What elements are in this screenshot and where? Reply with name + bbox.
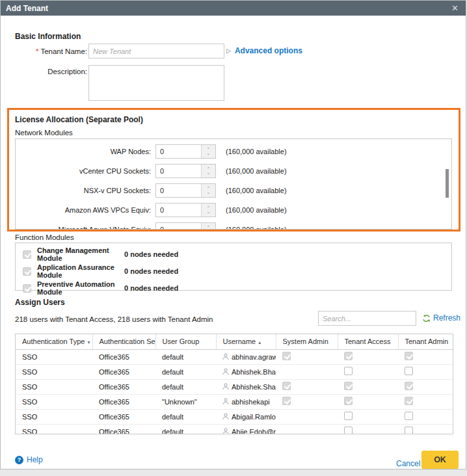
spinner-buttons[interactable]: ⌃⌄ xyxy=(201,145,215,158)
spinner-up-icon[interactable]: ⌃ xyxy=(207,226,211,230)
advanced-options-label: Advanced options xyxy=(235,46,302,55)
table-header-row: Authentication Type▾ Authentication Ser.… xyxy=(16,334,453,349)
advanced-options-link[interactable]: ▷ Advanced options xyxy=(226,46,302,55)
system-admin-checkbox[interactable] xyxy=(282,382,291,390)
function-module-row: Application Assurance Module 0 nodes nee… xyxy=(16,264,451,278)
function-module-name: Preventive Automation Module xyxy=(37,280,124,296)
column-auth-type[interactable]: Authentication Type▾ xyxy=(16,334,92,349)
sort-asc-icon: ▴ xyxy=(258,339,261,345)
add-tenant-dialog: Add Tenant ✕ Basic Information *Tenant N… xyxy=(0,0,466,469)
function-module-name: Change Management Module xyxy=(37,246,124,262)
spinner-buttons[interactable]: ⌃⌄ xyxy=(201,165,215,178)
close-icon[interactable]: ✕ xyxy=(451,4,459,12)
user-icon xyxy=(222,413,229,420)
license-row: WAP Nodes: ⌃⌄ (160,000 available) xyxy=(16,142,451,161)
tenant-access-checkbox[interactable] xyxy=(344,427,353,434)
description-textarea[interactable] xyxy=(88,65,224,101)
tenant-admin-checkbox[interactable] xyxy=(405,352,413,360)
network-modules-panel: WAP Nodes: ⌃⌄ (160,000 available) vCente… xyxy=(15,139,452,230)
tenant-access-checkbox[interactable] xyxy=(344,367,353,375)
aws-vpcs-input[interactable] xyxy=(156,204,201,217)
refresh-icon xyxy=(422,314,431,323)
help-link[interactable]: ? Help xyxy=(15,455,43,464)
basic-information-heading: Basic Information xyxy=(15,32,81,41)
license-allocation-heading: License Allocation (Separate Pool) xyxy=(15,115,143,124)
tenant-access-checkbox[interactable] xyxy=(344,382,353,390)
nsx-sockets-input[interactable] xyxy=(156,184,201,197)
table-row: SSO Office365 default abhinav.agrawal... xyxy=(16,349,453,364)
nodes-needed: 0 nodes needed xyxy=(124,284,178,292)
preventive-automation-checkbox xyxy=(23,284,31,293)
license-row: NSX-v CPU Sockets: ⌃⌄ (160,000 available… xyxy=(16,181,451,200)
user-icon xyxy=(222,428,229,434)
spinner-buttons[interactable]: ⌃⌄ xyxy=(201,204,215,217)
available-count: (160,000 available) xyxy=(226,206,287,214)
wap-nodes-label: WAP Nodes: xyxy=(16,148,151,155)
spinner-down-icon[interactable]: ⌄ xyxy=(207,171,211,175)
column-username[interactable]: Username▴ xyxy=(216,334,276,349)
nodes-needed: 0 nodes needed xyxy=(124,250,178,258)
tenant-access-checkbox[interactable] xyxy=(344,412,353,420)
available-count: (160,000 available) xyxy=(226,167,287,175)
tenant-admin-checkbox[interactable] xyxy=(405,367,413,375)
column-tenant-admin[interactable]: Tenant Admin xyxy=(398,334,453,349)
nsx-sockets-label: NSX-v CPU Sockets: xyxy=(16,187,151,194)
available-count: (160,000 available) xyxy=(226,148,287,155)
help-label: Help xyxy=(27,455,43,464)
aws-vpcs-stepper: ⌃⌄ xyxy=(155,203,216,217)
table-row: SSO Office365 default Abigail.Ramloga... xyxy=(16,409,453,424)
tenant-access-checkbox[interactable] xyxy=(344,397,353,405)
search-input[interactable] xyxy=(318,311,416,326)
azure-vnets-input[interactable] xyxy=(156,223,201,230)
spinner-buttons[interactable]: ⌃⌄ xyxy=(201,184,215,197)
available-count: (160,000 available) xyxy=(226,187,287,194)
scrollbar-thumb[interactable] xyxy=(446,169,449,198)
spinner-down-icon[interactable]: ⌄ xyxy=(207,191,211,194)
user-counts-summary: 218 users with Tenant Access, 218 users … xyxy=(15,315,213,323)
ok-button[interactable]: OK xyxy=(421,451,459,469)
refresh-link[interactable]: Refresh xyxy=(422,313,460,323)
spinner-down-icon[interactable]: ⌄ xyxy=(207,152,211,155)
function-module-row: Preventive Automation Module 0 nodes nee… xyxy=(16,281,451,295)
vcenter-sockets-input[interactable] xyxy=(156,165,201,178)
column-user-group[interactable]: User Group xyxy=(155,334,216,349)
column-auth-server[interactable]: Authentication Ser... xyxy=(92,334,155,349)
tenant-admin-checkbox[interactable] xyxy=(405,427,413,434)
function-module-name: Application Assurance Module xyxy=(37,263,124,279)
table-row: SSO Office365 default Abhishek.Bhand... xyxy=(16,364,453,379)
vcenter-sockets-stepper: ⌃⌄ xyxy=(155,164,216,178)
tenant-admin-checkbox[interactable] xyxy=(405,412,413,420)
tenant-access-checkbox[interactable] xyxy=(344,352,353,360)
wap-nodes-input[interactable] xyxy=(156,145,201,158)
cancel-button[interactable]: Cancel xyxy=(396,459,420,468)
nodes-needed: 0 nodes needed xyxy=(124,267,178,275)
user-icon xyxy=(222,383,229,390)
available-count: (160,000 available) xyxy=(226,226,287,230)
username: abhishekapi xyxy=(232,398,270,406)
tenant-admin-checkbox[interactable] xyxy=(405,397,413,405)
spinner-down-icon[interactable]: ⌄ xyxy=(207,210,211,214)
table-row: SSO Office365 default Abjie.Edoh@net... xyxy=(16,424,453,434)
system-admin-checkbox[interactable] xyxy=(282,397,291,405)
system-admin-checkbox[interactable] xyxy=(282,352,291,360)
function-modules-panel: Change Management Module 0 nodes needed … xyxy=(15,243,452,291)
function-module-row: Change Management Module 0 nodes needed xyxy=(16,247,451,261)
aws-vpcs-label: Amazon AWS VPCs Equiv: xyxy=(16,206,151,214)
tenant-admin-checkbox[interactable] xyxy=(405,382,413,390)
dialog-title: Add Tenant xyxy=(6,4,48,13)
spinner-buttons[interactable]: ⌃⌄ xyxy=(201,223,215,230)
table-row: SSO Office365 "Unknown" abhishekapi xyxy=(16,394,453,409)
username: Abhishek.Bhand... xyxy=(232,368,276,376)
user-icon xyxy=(222,353,229,360)
nsx-sockets-stepper: ⌃⌄ xyxy=(155,183,216,198)
azure-vnets-stepper: ⌃⌄ xyxy=(155,222,216,230)
tenant-name-input[interactable] xyxy=(88,44,224,59)
application-assurance-checkbox xyxy=(23,267,31,276)
username: abhinav.agrawal... xyxy=(232,353,276,361)
column-system-admin[interactable]: System Admin xyxy=(276,334,338,349)
column-tenant-access[interactable]: Tenant Access xyxy=(338,334,398,349)
license-row: Amazon AWS VPCs Equiv: ⌃⌄ (160,000 avail… xyxy=(16,200,451,220)
vcenter-sockets-label: vCenter CPU Sockets: xyxy=(16,167,151,175)
sort-desc-icon: ▾ xyxy=(87,339,90,345)
refresh-label: Refresh xyxy=(433,313,460,323)
